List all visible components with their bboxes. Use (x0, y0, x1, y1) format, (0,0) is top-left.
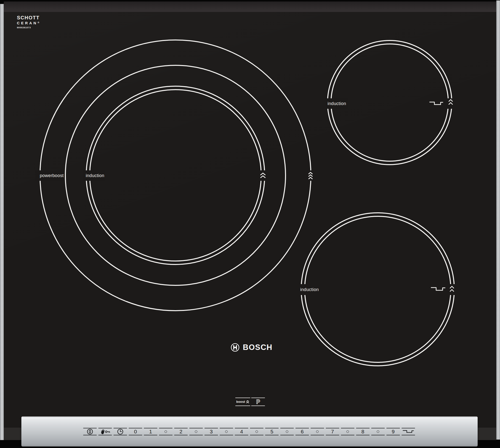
bosch-logo: BOSCH (231, 343, 272, 352)
bottom-right-zone-ring-inner (305, 216, 451, 362)
double-chevron-up-icon (448, 99, 453, 105)
pan-with-handle-icon (431, 287, 446, 292)
registered-mark: ® (38, 21, 39, 24)
top-right-zone-induction-label: induction (328, 101, 346, 106)
bosch-wordmark: BOSCH (243, 343, 272, 352)
boost-badge-label: boost (236, 400, 245, 404)
power-level-badge-letter: P (256, 399, 260, 405)
triple-chevron-up-icon (308, 172, 313, 180)
large-zone-induction-label: induction (86, 173, 104, 178)
schott-ceran-logo: SCHOTT CERAN® (17, 15, 40, 25)
induction-hob: powerboost induction induction induction… (0, 0, 500, 448)
ceran-wordmark: CERAN® (17, 21, 40, 25)
double-chevron-up-icon (450, 286, 454, 292)
cooking-zone-rings (0, 0, 500, 448)
large-zone-powerboost-label: powerboost (40, 173, 64, 178)
large-zone-inner-ring-outer (86, 86, 265, 264)
bottom-right-zone-induction-label: induction (300, 287, 319, 292)
pan-with-handle-icon (429, 101, 443, 106)
boost-badge[interactable]: boost (235, 398, 250, 406)
bosch-armature-icon (231, 343, 240, 352)
large-zone-inner-ring-inner (90, 90, 261, 261)
large-zone-powerboost-ring (40, 40, 311, 311)
model-number: 9000261073 (17, 26, 31, 29)
double-chevron-up-icon (246, 400, 249, 403)
power-level-badge[interactable]: P (251, 398, 265, 406)
schott-wordmark: SCHOTT (17, 15, 40, 21)
double-chevron-up-icon (260, 173, 266, 179)
outlined-p-icon: P (255, 398, 261, 405)
